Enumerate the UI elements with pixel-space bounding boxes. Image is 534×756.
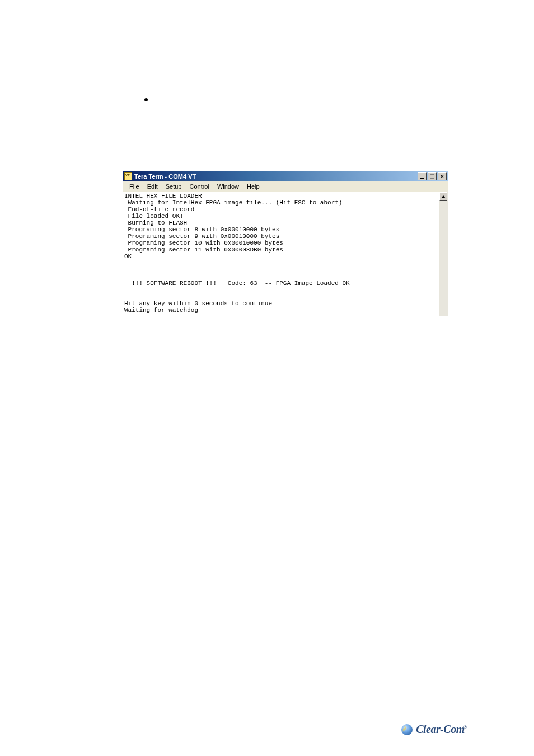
footer-tick [93,720,93,729]
brand-registered-icon: ® [463,724,467,730]
brand-globe-icon [401,724,413,735]
terminal-area: INTEL HEX FILE LOADER Waiting for IntelH… [123,192,448,316]
brand-text-label: Clear-Com [416,723,465,735]
menu-control[interactable]: Control [185,183,213,190]
menu-setup[interactable]: Setup [162,183,186,190]
footer-divider [67,720,467,720]
menu-help[interactable]: Help [243,183,264,190]
arrow-up-icon [441,195,446,198]
menu-window[interactable]: Window [213,183,243,190]
menubar: File Edit Setup Control Window Help [123,181,448,192]
app-icon [124,172,132,180]
scrollbar[interactable] [439,192,448,316]
bullet-dot [144,98,148,101]
brand-name: Clear-Com® [416,723,467,736]
scroll-up-button[interactable] [439,192,447,201]
page-root: Tera Term - COM4 VT × File Edit Setup Co… [0,0,534,756]
menu-file[interactable]: File [125,183,143,190]
close-button[interactable]: × [438,172,447,180]
brand-logo: Clear-Com® [401,723,467,736]
terminal-output[interactable]: INTEL HEX FILE LOADER Waiting for IntelH… [123,192,439,316]
minimize-button[interactable] [418,172,427,180]
menu-edit[interactable]: Edit [143,183,162,190]
titlebar[interactable]: Tera Term - COM4 VT × [123,171,448,181]
window-title: Tera Term - COM4 VT [134,173,416,180]
maximize-button [428,172,437,180]
terminal-window: Tera Term - COM4 VT × File Edit Setup Co… [123,171,448,316]
